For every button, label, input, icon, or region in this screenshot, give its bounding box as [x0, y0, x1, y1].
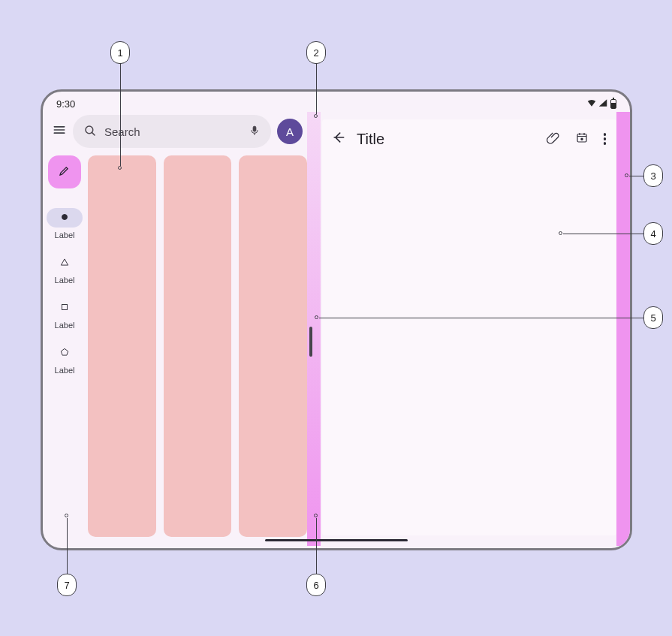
status-time: 9:30 — [56, 98, 75, 110]
content-column — [239, 155, 307, 537]
callout-badge-5: 5 — [643, 306, 663, 329]
callout-line — [316, 518, 317, 574]
svg-point-5 — [580, 138, 582, 140]
triangle-icon — [59, 257, 70, 269]
callout-badge-4: 4 — [643, 222, 663, 245]
callout-line — [120, 64, 121, 166]
callout-badge-3: 3 — [643, 164, 663, 187]
callout-badge-1: 1 — [110, 41, 130, 64]
status-bar: 9:30 — [43, 92, 630, 112]
mic-icon[interactable] — [249, 125, 261, 139]
detail-card: Title — [322, 119, 616, 535]
callout-line — [67, 518, 68, 574]
gesture-nav-bar — [265, 539, 408, 542]
callout-dot — [118, 166, 122, 170]
avatar-initial: A — [286, 125, 294, 138]
pencil-icon — [58, 164, 71, 180]
battery-icon — [610, 99, 616, 109]
callout-dot — [65, 514, 68, 517]
search-bar[interactable]: Search — [73, 115, 271, 148]
tablet-device-frame: 9:30 Search — [41, 89, 632, 550]
left-main: Label Label Label Label — [43, 152, 307, 546]
nav-item-4[interactable]: Label — [43, 340, 86, 382]
pentagon-icon — [59, 347, 70, 359]
wifi-icon — [586, 98, 597, 110]
svg-point-2 — [62, 215, 68, 220]
device-body: Search A — [43, 112, 630, 546]
content-column — [88, 155, 156, 537]
content-column — [164, 155, 232, 537]
detail-actions — [547, 131, 607, 147]
square-icon — [59, 302, 70, 314]
navigation-rail: Label Label Label Label — [43, 152, 86, 546]
more-icon[interactable] — [604, 133, 607, 145]
top-app-bar: Search A — [43, 112, 307, 152]
avatar[interactable]: A — [277, 119, 303, 144]
status-icons — [586, 98, 616, 110]
nav-item-3[interactable]: Label — [43, 295, 86, 337]
menu-icon[interactable] — [52, 122, 67, 140]
nav-label: Label — [55, 321, 75, 330]
nav-item-1[interactable]: Label — [43, 205, 86, 247]
nav-label: Label — [55, 276, 75, 285]
search-placeholder: Search — [104, 125, 241, 138]
callout-dot — [314, 514, 318, 517]
detail-pane: Title — [307, 112, 630, 546]
content-columns — [86, 152, 307, 546]
callout-badge-7: 7 — [57, 574, 77, 596]
callout-dot — [625, 173, 628, 177]
callout-badge-6: 6 — [306, 574, 326, 596]
detail-title: Title — [357, 131, 536, 148]
list-pane: Search A — [43, 112, 307, 546]
pane-drag-handle[interactable] — [309, 327, 312, 357]
calendar-icon[interactable] — [575, 131, 589, 147]
compose-fab[interactable] — [48, 155, 81, 188]
callout-line — [319, 318, 643, 318]
callout-badge-2: 2 — [306, 41, 326, 64]
right-inset-highlight — [616, 112, 630, 546]
callout-line — [629, 176, 643, 176]
attachment-icon[interactable] — [547, 131, 560, 147]
callout-dot — [315, 315, 318, 319]
back-button[interactable] — [331, 130, 346, 148]
callout-line — [563, 234, 643, 234]
svg-rect-1 — [253, 126, 256, 131]
circle-icon — [59, 212, 70, 224]
search-icon — [83, 124, 97, 140]
callout-dot — [559, 231, 562, 235]
callout-line — [316, 64, 317, 114]
nav-label: Label — [55, 231, 75, 240]
nav-item-2[interactable]: Label — [43, 250, 86, 292]
signal-icon — [598, 98, 608, 110]
callout-dot — [314, 114, 318, 118]
svg-rect-3 — [62, 305, 68, 310]
detail-top-app-bar: Title — [322, 119, 616, 154]
nav-label: Label — [55, 366, 75, 375]
